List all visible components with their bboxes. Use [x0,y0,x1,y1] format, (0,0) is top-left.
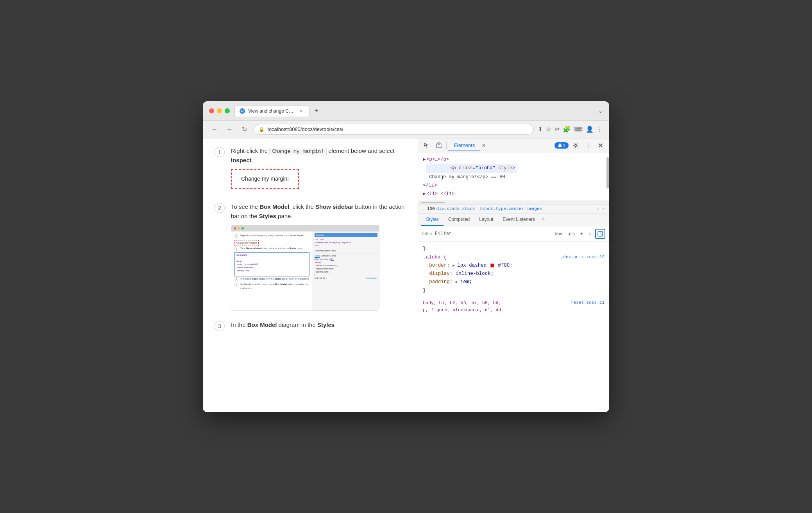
aloha-rule: .aloha { _devtools.scss:19 border: ▶ 1px… [423,253,605,295]
device-toggle-button[interactable] [434,140,445,151]
more-menu-icon[interactable]: ⋮ [597,126,603,133]
devtools-panel: Elements » 1 ⋮ ✕ [418,138,609,412]
share-icon[interactable]: ⬆ [538,126,543,133]
tab-favicon: G [240,108,245,114]
display-prop-name: display [429,271,450,276]
tab-styles[interactable]: Styles [421,213,444,226]
styles-filter-bar: Filter :hov .cls + ≡ [418,226,609,242]
devtools-close-button[interactable]: ✕ [595,140,606,151]
main-content: 1 Right-click the Change my margin! elem… [203,138,609,412]
body-selector-line: body, h1, h2, h3, h4, h5, h6, _reset.scs… [423,300,605,307]
list-item: 3 In the Box Model diagram in the Styles [215,320,406,331]
dom-row-li-close: </li> [423,181,605,190]
profile-icon[interactable]: 👤 [586,126,594,133]
badge-count: 1 [563,143,565,148]
toolbar-divider [446,142,447,149]
notification-badge-container: 1 [554,142,569,149]
devtools-tabs: Elements » [448,140,553,151]
step-3-text: In the Box Model diagram in the Styles [231,320,334,331]
devtools-settings-button[interactable] [570,140,581,151]
step-number-2: 2 [215,203,225,213]
dom-row-text: Change my margin!</p> == $0 [423,173,605,182]
body-selector-line2: p, figure, blockquote, dl, dd, [423,307,605,314]
svg-point-3 [574,145,576,147]
body-selector: body, h1, h2, h3, h4, h5, h6, [423,300,501,305]
keyboard-shortcut-icon[interactable]: ⌨ [574,126,583,133]
back-button[interactable]: ← [209,124,220,135]
new-tab-button[interactable]: + [311,105,322,116]
svg-rect-4 [598,231,603,236]
border-color-value: #f00; [498,263,513,268]
active-tab[interactable]: G View and change CSS - Chrom… × [234,105,309,117]
inspect-element-button[interactable] [421,140,432,151]
puzzle-icon[interactable]: 🧩 [563,126,571,133]
dom-scrollbar-thumb[interactable] [606,157,609,188]
aloha-source[interactable]: _devtools.scss:19 [561,253,605,261]
list-item: 1 Right-click the Change my margin! elem… [215,146,406,193]
aloha-selector-line: .aloha { _devtools.scss:19 [423,253,605,262]
page-content: 1 Right-click the Change my margin! elem… [203,138,418,412]
dom-row: ▶ <p>…</p> [423,156,605,164]
list-item: 2 To see the Box Model, click the Show s… [215,202,406,311]
dom-selected-element[interactable]: <p class="aloha" style> [426,164,517,173]
breadcrumb-more: ‹ › [597,206,605,211]
breadcrumb-ellipsis: … [423,206,426,211]
elements-tab[interactable]: Elements [448,140,480,151]
filter-input[interactable] [435,231,549,237]
maximize-traffic-light[interactable] [225,108,230,113]
breadcrumb-selector[interactable]: div.stack.stack--block.type.center-image… [436,206,542,211]
border-property: border: ▶ 1px dashed #f00; [423,262,605,270]
url-text: localhost:8080/docs/devtools/css/ [268,126,343,132]
reload-button[interactable]: ↻ [239,124,250,135]
step-2-text: To see the Box Model, click the Show sid… [231,202,406,311]
show-sidebar-button[interactable] [595,229,605,239]
color-swatch[interactable] [490,264,494,267]
url-lock-icon: 🔒 [259,127,265,132]
tab-close-button[interactable]: × [298,108,304,114]
add-style-button[interactable]: + [579,229,585,239]
breadcrumb-bar: … 100 div.stack.stack--block.type.center… [418,204,609,213]
display-property: display: inline-block; [423,270,605,278]
dom-row-selected: … <p class="aloha" style> [423,164,605,173]
dom-horizontal-scrollbar[interactable] [418,201,609,204]
display-value: inline-block; [456,271,494,276]
window-chevron: ⌄ [598,107,603,115]
dom-area: ▶ <p>…</p> … <p class="aloha" style> Cha… [418,153,609,201]
close-traffic-light[interactable] [209,108,214,113]
aloha-selector: .aloha { [423,255,446,260]
css-closing-brace: } [423,245,605,253]
devtools-more-button[interactable]: ⋮ [583,140,594,151]
step-1-text: Right-click the Change my margin! elemen… [231,146,406,193]
filter-buttons: :hov .cls + ≡ [552,229,605,239]
tab-layout[interactable]: Layout [474,213,498,226]
instruction-list: 1 Right-click the Change my margin! elem… [215,146,406,331]
forward-button[interactable]: → [224,124,235,135]
tab-title: View and change CSS - Chrom… [248,108,295,114]
body-source[interactable]: _reset.scss:11 [569,300,605,307]
styles-subtabs: Styles Computed Layout Event Listeners » [418,213,609,226]
dom-tree: ▶ <p>…</p> … <p class="aloha" style> Cha… [418,153,609,201]
title-bar: G View and change CSS - Chrom… × + ⌄ [203,101,609,121]
bookmark-icon[interactable]: ☆ [546,126,551,133]
more-tabs-button[interactable]: » [480,140,487,151]
address-bar: ← → ↻ 🔒 localhost:8080/docs/devtools/css… [203,121,609,138]
layer-button[interactable]: ≡ [587,229,593,239]
padding-arrow[interactable]: ▶ [456,280,460,284]
padding-property: padding: ▶ 1em; [423,278,605,286]
step-number-1: 1 [215,147,225,157]
dom-h-scrollbar-thumb[interactable] [421,202,445,203]
extension-icon[interactable]: ✂ [554,126,560,133]
border-arrow[interactable]: ▶ [453,264,457,268]
tab-event-listeners[interactable]: Event Listeners [498,213,540,226]
styles-more-tabs-button[interactable]: » [540,213,547,226]
filter-label: Filter [422,231,433,237]
svg-point-2 [560,147,560,148]
url-bar[interactable]: 🔒 localhost:8080/docs/devtools/css/ [254,124,534,135]
border-prop-name: border [429,263,447,268]
dom-scrollbar-track[interactable] [606,153,609,201]
cls-button[interactable]: .cls [566,229,576,239]
tab-computed[interactable]: Computed [444,213,474,226]
code-inline: Change my margin! [269,148,327,155]
minimize-traffic-light[interactable] [217,108,222,113]
hov-button[interactable]: :hov [552,229,564,239]
